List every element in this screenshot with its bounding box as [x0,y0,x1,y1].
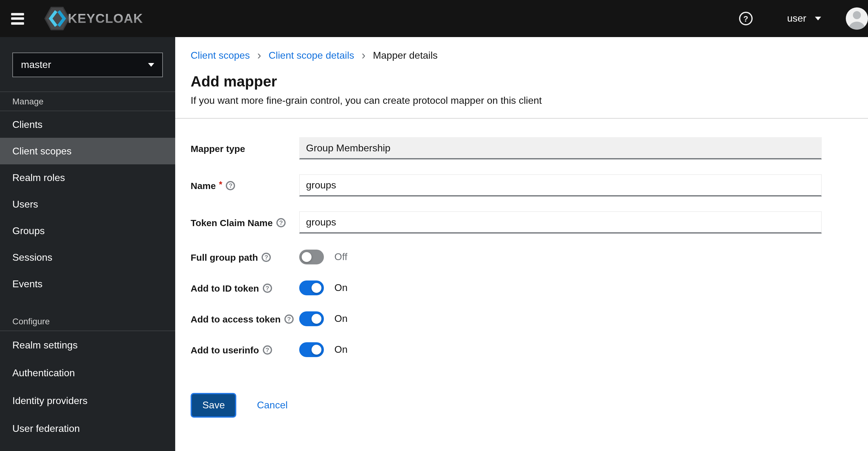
mapper-type-input [299,137,822,160]
breadcrumb-separator-icon: › [362,50,366,61]
help-icon[interactable]: ? [276,218,286,227]
field-label: Add to access token ? [191,313,299,324]
field-label: Token Claim Name ? [191,217,299,228]
name-label: Name [191,180,216,191]
sidebar-item-sessions[interactable]: Sessions [0,244,175,271]
brand-text: KEYCLOAK [68,11,143,26]
realm-selector[interactable]: master [12,53,163,77]
masthead-right: ? user [739,7,868,30]
add-to-id-token-toggle[interactable] [299,281,324,295]
sidebar-item-users[interactable]: Users [0,191,175,218]
help-icon[interactable]: ? [261,252,271,262]
help-icon[interactable]: ? [263,283,272,292]
sidebar-item-realm-settings[interactable]: Realm settings [0,331,175,359]
full-group-path-toggle[interactable] [299,250,324,264]
page-header: Client scopes › Client scope details › M… [175,37,868,119]
form-row-add-to-userinfo: Add to userinfo ? On [191,342,868,357]
token-claim-name-label: Token Claim Name [191,217,273,228]
user-menu-label: user [787,13,806,24]
chevron-down-icon [815,17,821,20]
add-to-userinfo-toggle[interactable] [299,342,324,357]
token-claim-name-input[interactable] [299,211,822,233]
nav-toggle-hamburger-icon[interactable] [11,13,24,24]
masthead: KEYCLOAK ? user [0,0,868,37]
mapper-type-label: Mapper type [191,143,245,153]
toggle-state-label: Off [334,251,347,262]
field-label: Name * ? [191,180,299,191]
sidebar-item-user-federation[interactable]: User federation [0,415,175,442]
realm-selector-area: master [0,37,175,92]
save-button[interactable]: Save [191,393,237,418]
form-row-add-to-access-token: Add to access token ? On [191,311,868,326]
breadcrumb-current: Mapper details [373,50,438,62]
toggle-state-label: On [334,344,348,355]
keycloak-logo: KEYCLOAK [44,5,143,32]
sidebar: master Manage Clients Client scopes Real… [0,37,175,451]
nav-section-title: Configure [0,312,175,331]
main-content: Client scopes › Client scope details › M… [175,37,868,451]
form-actions: Save Cancel [191,393,868,418]
keycloak-admin-console: KEYCLOAK ? user master [0,0,868,451]
form-row-add-to-id-token: Add to ID token ? On [191,281,868,295]
full-group-path-label: Full group path [191,252,258,262]
help-icon[interactable]: ? [226,181,235,190]
add-to-userinfo-label: Add to userinfo [191,344,259,355]
field-label: Mapper type [191,143,299,153]
form-row-token-claim-name: Token Claim Name ? [191,211,868,233]
sidebar-item-identity-providers[interactable]: Identity providers [0,387,175,415]
add-to-id-token-label: Add to ID token [191,283,259,293]
breadcrumb: Client scopes › Client scope details › M… [191,50,852,62]
breadcrumb-link-client-scopes[interactable]: Client scopes [191,50,250,62]
cancel-link[interactable]: Cancel [257,400,288,411]
sidebar-item-realm-roles[interactable]: Realm roles [0,164,175,191]
keycloak-logo-icon [44,5,70,32]
breadcrumb-separator-icon: › [257,50,261,61]
add-to-access-token-toggle[interactable] [299,311,324,326]
add-mapper-form: Mapper type Name * ? Token Claim Name [175,119,868,418]
sidebar-item-groups[interactable]: Groups [0,218,175,244]
avatar-torso-icon [849,22,865,30]
chevron-down-icon [148,63,154,67]
page-subtitle: If you want more fine-grain control, you… [191,94,852,107]
required-asterisk: * [219,179,222,189]
breadcrumb-link-client-scope-details[interactable]: Client scope details [269,50,354,62]
sidebar-item-events[interactable]: Events [0,271,175,297]
page-title: Add mapper [191,72,852,91]
sidebar-item-clients[interactable]: Clients [0,111,175,138]
sidebar-item-client-scopes[interactable]: Client scopes [0,138,175,164]
add-to-access-token-label: Add to access token [191,313,281,324]
nav-section-title: Manage [0,92,175,111]
form-row-name: Name * ? [191,174,868,196]
field-label: Add to userinfo ? [191,344,299,355]
nav-section-configure: Configure Realm settings Authentication … [0,312,175,442]
user-menu-dropdown[interactable]: user [787,13,821,24]
field-label: Full group path ? [191,252,299,262]
nav-section-manage: Manage Clients Client scopes Realm roles… [0,92,175,297]
toggle-state-label: On [334,282,348,293]
name-input[interactable] [299,174,822,196]
help-glyph: ? [743,14,748,23]
help-icon[interactable]: ? [284,314,293,323]
form-row-mapper-type: Mapper type [191,137,868,160]
realm-selector-value: master [21,59,51,71]
help-icon[interactable]: ? [263,345,272,354]
sidebar-item-authentication[interactable]: Authentication [0,359,175,387]
help-icon[interactable]: ? [739,12,753,25]
field-label: Add to ID token ? [191,283,299,293]
avatar-head-icon [853,11,861,19]
avatar[interactable] [846,7,868,30]
toggle-state-label: On [334,313,348,325]
form-row-full-group-path: Full group path ? Off [191,250,868,264]
